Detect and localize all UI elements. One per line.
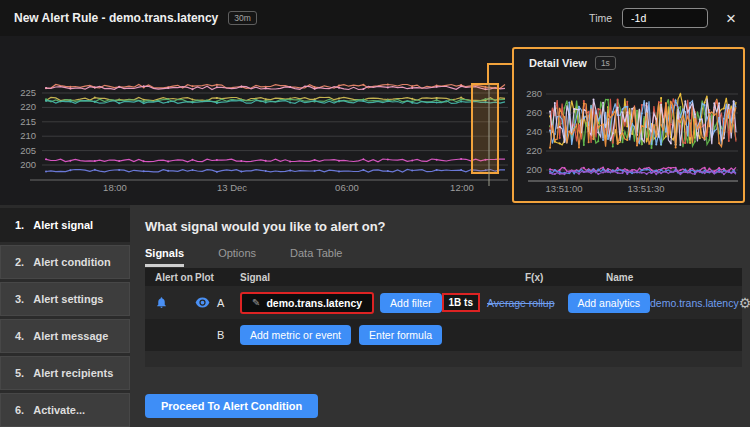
eye-icon[interactable] — [195, 297, 210, 308]
sidebar-step-alert-condition[interactable]: 2.Alert condition — [0, 245, 130, 279]
series-point — [617, 143, 619, 145]
y-tick-label: 200 — [20, 159, 36, 170]
tab-signals[interactable]: Signals — [145, 247, 184, 267]
series-point — [655, 144, 657, 146]
series-point — [612, 132, 614, 134]
sidebar-step-alert-signal[interactable]: 1.Alert signal — [0, 208, 130, 242]
detail-selection-region[interactable] — [472, 84, 498, 173]
series-point — [588, 141, 590, 143]
sidebar-step-alert-settings[interactable]: 3.Alert settings — [0, 282, 130, 316]
series-point — [559, 137, 561, 139]
add-analytics-button[interactable]: Add analytics — [568, 293, 650, 313]
y-tick-label: 280 — [526, 88, 542, 99]
signal-table-header-row: Alert on Plot Signal F(x) Name — [145, 268, 742, 286]
series-point — [641, 169, 643, 171]
series-point — [578, 146, 580, 148]
series-point — [651, 147, 653, 149]
series-point — [411, 98, 413, 100]
series-point — [45, 100, 47, 102]
series-point — [568, 101, 570, 103]
series-point — [583, 100, 585, 102]
series-point — [670, 167, 672, 169]
bell-icon[interactable] — [155, 296, 168, 309]
signal-question-heading: What signal would you like to alert on? — [145, 219, 745, 234]
rollup-link[interactable]: Average rollup — [487, 297, 555, 309]
series-point — [69, 100, 71, 102]
series-point — [118, 160, 120, 162]
series-point — [660, 104, 662, 106]
sidebar-step-activate[interactable]: 6.Activate... — [0, 393, 130, 427]
page-title: New Alert Rule - demo.trans.latency — [14, 11, 218, 25]
series-point — [622, 141, 624, 143]
series-point — [607, 171, 609, 173]
series-point — [192, 159, 194, 161]
series-point — [573, 129, 575, 131]
series-point — [460, 85, 462, 87]
series-point — [708, 171, 710, 173]
series-point — [626, 139, 628, 141]
x-tick-label: 06:00 — [335, 182, 359, 193]
series-point — [94, 101, 96, 103]
series-point — [167, 160, 169, 162]
proceed-button[interactable]: Proceed To Alert Condition — [145, 394, 318, 418]
series-point — [289, 86, 291, 88]
series-point — [216, 159, 218, 161]
series-point — [573, 172, 575, 174]
signal-name-link[interactable]: demo.trans.latency — [650, 297, 739, 309]
signal-metric-pill[interactable]: ✎ demo.trans.latency — [240, 292, 374, 314]
x-tick-label: 13:51:30 — [628, 183, 665, 194]
series-point — [651, 143, 653, 145]
series-point — [602, 171, 604, 173]
series-point — [641, 138, 643, 140]
time-range-input[interactable] — [622, 8, 708, 28]
series-point — [573, 108, 575, 110]
gear-icon[interactable]: ⚙ — [739, 296, 750, 310]
series-point — [655, 135, 657, 137]
series-point — [718, 167, 720, 169]
series-point — [699, 123, 701, 125]
series-point — [679, 169, 681, 171]
series-point — [655, 173, 657, 175]
signal-row-a: A ✎ demo.trans.latency Add filter 1B ts … — [145, 286, 742, 319]
header-fx: F(x) — [520, 272, 606, 283]
enter-formula-button[interactable]: Enter formula — [359, 325, 442, 345]
add-filter-button[interactable]: Add filter — [380, 293, 441, 313]
series-point — [728, 104, 730, 106]
detail-view-title: Detail View — [529, 57, 587, 69]
series-point — [460, 158, 462, 160]
sidebar-step-alert-message[interactable]: 4.Alert message — [0, 319, 130, 353]
series-point — [617, 169, 619, 171]
sidebar-step-alert-recipients[interactable]: 5.Alert recipients — [0, 356, 130, 390]
series-point — [338, 97, 340, 99]
series-point — [387, 84, 389, 86]
add-metric-button[interactable]: Add metric or event — [240, 325, 351, 345]
x-tick-label: 13 Dec — [217, 182, 247, 193]
series-point — [411, 85, 413, 87]
series-point — [694, 141, 696, 143]
step-label: Alert message — [33, 330, 108, 342]
series-point — [689, 135, 691, 137]
series-point — [192, 102, 194, 104]
series-point — [641, 172, 643, 174]
series-point — [597, 169, 599, 171]
series-point — [607, 138, 609, 140]
series-point — [631, 172, 633, 174]
close-icon[interactable]: × — [726, 10, 736, 27]
series-point — [660, 172, 662, 174]
alert-signal-step-content: What signal would you like to alert on? … — [130, 205, 750, 427]
series-point — [597, 127, 599, 129]
alert-rule-window: New Alert Rule - demo.trans.latency 30m … — [0, 0, 750, 427]
tab-options[interactable]: Options — [218, 247, 256, 267]
series-point — [588, 111, 590, 113]
tab-data-table[interactable]: Data Table — [290, 247, 342, 267]
series-point — [694, 113, 696, 115]
series-point — [670, 101, 672, 103]
series-point — [622, 132, 624, 134]
series-point — [646, 169, 648, 171]
plot-letter-a: A — [217, 297, 224, 309]
series-point — [713, 114, 715, 116]
series-point — [314, 88, 316, 90]
x-tick-label: 13:51:00 — [546, 183, 583, 194]
series-point — [713, 130, 715, 132]
series-point — [411, 102, 413, 104]
